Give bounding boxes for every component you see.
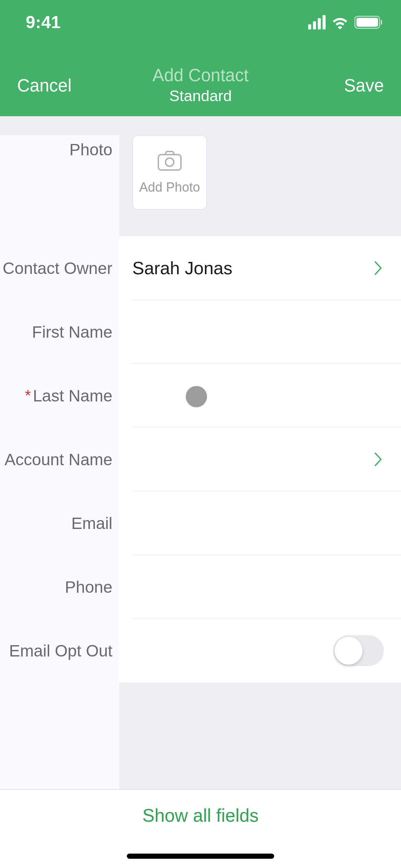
toggle-knob <box>335 637 363 665</box>
form-area: Photo Add Photo Contact Owner Sarah Jona… <box>0 116 401 868</box>
contact-owner-value: Sarah Jonas <box>132 258 373 278</box>
app-header: 9:41 Cancel Add Contact Standard Save <box>0 0 401 116</box>
last-name-label-text: Last Name <box>33 386 112 405</box>
svg-rect-0 <box>158 155 181 170</box>
nav-title-group: Add Contact Standard <box>79 66 322 105</box>
label-first-name: First Name <box>0 300 119 364</box>
wifi-icon <box>332 15 348 29</box>
last-name-input[interactable] <box>119 364 401 427</box>
status-icons <box>308 15 382 29</box>
show-all-fields-button[interactable]: Show all fields <box>143 805 259 826</box>
add-photo-label: Add Photo <box>139 180 200 195</box>
home-indicator[interactable] <box>127 854 274 859</box>
phone-input[interactable] <box>119 555 401 619</box>
page-title: Add Contact <box>79 66 322 85</box>
row-first-name[interactable]: First Name <box>0 300 401 364</box>
add-photo-button[interactable]: Add Photo <box>132 135 207 210</box>
email-input[interactable] <box>119 491 401 555</box>
signal-icon <box>308 15 326 29</box>
row-phone[interactable]: Phone <box>0 555 401 619</box>
row-contact-owner[interactable]: Contact Owner Sarah Jonas <box>0 236 401 300</box>
label-contact-owner: Contact Owner <box>0 236 119 300</box>
label-account-name: Account Name <box>0 427 119 491</box>
touch-indicator <box>186 386 207 407</box>
label-photo: Photo <box>0 135 119 236</box>
email-opt-out-toggle[interactable] <box>333 635 384 666</box>
battery-icon <box>354 16 382 29</box>
first-name-input[interactable] <box>119 300 401 364</box>
footer: Show all fields <box>0 789 401 868</box>
svg-point-1 <box>166 158 174 166</box>
row-email[interactable]: Email <box>0 491 401 555</box>
status-time: 9:41 <box>26 12 61 32</box>
label-email: Email <box>0 491 119 555</box>
label-last-name: * Last Name <box>0 364 119 427</box>
page-subtitle: Standard <box>79 87 322 105</box>
row-account-name[interactable]: Account Name <box>0 427 401 491</box>
label-email-opt-out: Email Opt Out <box>0 619 119 683</box>
nav-bar: Cancel Add Contact Standard Save <box>0 55 401 116</box>
chevron-right-icon <box>373 452 384 467</box>
row-photo: Photo Add Photo <box>0 116 401 236</box>
chevron-right-icon <box>373 261 384 275</box>
save-button[interactable]: Save <box>322 75 384 96</box>
account-name-input[interactable] <box>119 427 401 491</box>
required-indicator: * <box>25 387 31 404</box>
cancel-button[interactable]: Cancel <box>17 75 79 96</box>
value-email-opt-out <box>119 619 401 683</box>
row-email-opt-out: Email Opt Out <box>0 619 401 683</box>
value-contact-owner: Sarah Jonas <box>119 236 401 300</box>
camera-icon <box>157 150 182 171</box>
value-photo: Add Photo <box>119 135 401 236</box>
status-bar: 9:41 <box>0 0 401 45</box>
label-phone: Phone <box>0 555 119 619</box>
